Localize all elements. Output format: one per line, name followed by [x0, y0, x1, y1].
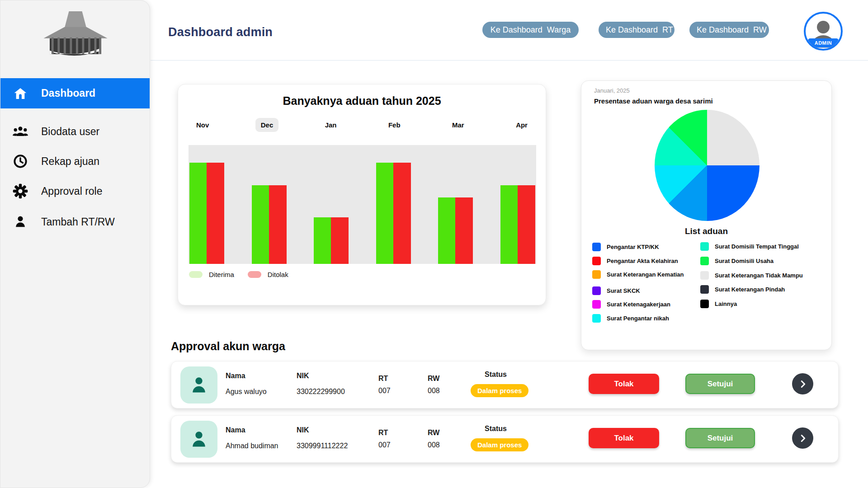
bar-ditolak: [393, 163, 411, 264]
bar-diterima: [314, 217, 331, 264]
bar-pair-mar: [438, 145, 473, 264]
setujui-button[interactable]: Setujui: [685, 428, 755, 448]
pie-chart-card: Januari, 2025 Presentase aduan warga des…: [581, 80, 832, 350]
sidebar-item-tambah-rt-rw[interactable]: Tambah RT/RW: [0, 210, 150, 234]
ke-dashboard-rt-button[interactable]: Ke Dashboard RT: [599, 22, 675, 38]
bar-chart-card: Banyaknya aduan tahun 2025 Nov Dec Jan F…: [178, 84, 546, 305]
cell-rt: 007: [378, 387, 391, 395]
sidebar: Dashboard Biodata user Rekap ajuan: [0, 0, 150, 488]
gear-icon: [12, 183, 28, 199]
bar-ditolak: [455, 197, 473, 264]
chevron-right-icon: [798, 379, 808, 389]
col-header-status: Status: [485, 425, 507, 433]
sidebar-item-dashboard[interactable]: Dashboard: [0, 78, 150, 108]
col-header-nama: Nama: [226, 372, 245, 380]
bar-diterima: [189, 163, 207, 264]
bar-ditolak: [331, 217, 349, 264]
legend-item: Surat Pengantar nikah: [592, 314, 669, 323]
bar-diterima: [438, 197, 455, 264]
bar-ditolak: [207, 163, 224, 264]
cell-nik: 3309991112222: [297, 442, 348, 450]
home-icon: [12, 85, 28, 102]
row-expand-button[interactable]: [792, 373, 813, 394]
approval-row: Nama Ahmad budiman NIK 3309991112222 RT …: [171, 415, 839, 463]
cell-rw: 008: [428, 441, 440, 449]
setujui-button[interactable]: Setujui: [685, 374, 755, 394]
bar-ditolak: [269, 185, 287, 264]
bar-diterima: [252, 185, 269, 264]
bar-chart-legend: Diterima Ditolak: [189, 271, 296, 278]
diterima-label: Diterima: [209, 271, 234, 278]
admin-avatar[interactable]: ADMIN: [804, 12, 843, 51]
legend-swatch: [700, 257, 709, 265]
legend-swatch: [700, 242, 709, 251]
sidebar-item-label: Tambah RT/RW: [41, 216, 115, 228]
chevron-right-icon: [798, 433, 808, 443]
page-title: Dashboard admin: [168, 25, 273, 39]
person-icon: [189, 429, 209, 449]
ditolak-label: Ditolak: [268, 271, 288, 278]
list-aduan-title: List aduan: [581, 226, 831, 236]
bar-diterima: [376, 163, 393, 264]
person-icon: [189, 375, 209, 395]
avatar-admin-badge: ADMIN: [808, 38, 839, 47]
pie-period-label: Januari, 2025: [594, 87, 630, 94]
sidebar-item-biodata-user[interactable]: Biodata user: [0, 120, 150, 143]
sidebar-item-label: Rekap ajuan: [41, 155, 99, 168]
legend-item: Surat Keterangan Tidak Mampu: [700, 271, 803, 280]
pendopo-building-icon: [42, 10, 108, 63]
sidebar-item-approval-role[interactable]: Approval role: [0, 179, 150, 203]
cell-rt: 007: [378, 441, 391, 449]
legend-item: Pengantar Akta Kelahiran: [592, 257, 678, 265]
legend-item: Surat Ketenagakerjaan: [592, 300, 670, 309]
cell-nik: 330222299900: [297, 388, 345, 396]
approval-section-title: Approval akun warga: [171, 340, 285, 353]
clock-icon: [12, 153, 28, 169]
bar-pair-nov: [189, 145, 224, 264]
legend-item: Lainnya: [700, 300, 737, 308]
month-tab-dec[interactable]: Dec: [255, 118, 279, 132]
legend-swatch: [592, 257, 601, 265]
legend-item: Surat SKCK: [592, 286, 640, 295]
ke-dashboard-rw-button[interactable]: Ke Dashboard RW: [689, 22, 769, 38]
bar-pair-dec: [252, 145, 287, 264]
tolak-button[interactable]: Tolak: [589, 374, 659, 394]
ke-dashboard-warga-button[interactable]: Ke Dashboard Warga: [482, 22, 579, 38]
legend-swatch: [592, 270, 601, 279]
bar-pair-jan: [314, 145, 349, 264]
legend-swatch: [592, 286, 601, 295]
legend-item: Pengantar KTP/KK: [592, 243, 659, 251]
month-tab-apr[interactable]: Apr: [510, 118, 533, 132]
legend-swatch: [592, 243, 601, 251]
month-tab-mar[interactable]: Mar: [447, 118, 470, 132]
users-icon: [12, 123, 28, 140]
sidebar-item-label: Biodata user: [41, 126, 99, 138]
bar-chart-plot: [189, 145, 536, 264]
diterima-swatch: [189, 271, 203, 278]
col-header-status: Status: [485, 371, 507, 379]
month-tab-jan[interactable]: Jan: [320, 118, 342, 132]
pie-chart-title: Presentase aduan warga desa sarimi: [594, 97, 713, 105]
col-header-rt: RT: [378, 429, 388, 437]
tolak-button[interactable]: Tolak: [589, 428, 659, 448]
month-tab-feb[interactable]: Feb: [383, 118, 406, 132]
sidebar-item-label: Dashboard: [41, 87, 95, 99]
legend-item: Surat Domisili Tempat Tinggal: [700, 242, 799, 251]
row-expand-button[interactable]: [792, 427, 813, 449]
col-header-nik: NIK: [297, 372, 309, 380]
village-office-logo: [42, 10, 108, 63]
person-icon: [12, 214, 28, 230]
legend-swatch: [700, 285, 709, 294]
row-avatar: [180, 421, 217, 458]
legend-item: Surat Domisili Usaha: [700, 257, 774, 265]
ditolak-swatch: [248, 271, 261, 278]
legend-swatch: [592, 314, 601, 323]
col-header-nama: Nama: [226, 426, 245, 434]
cell-rw: 008: [428, 387, 440, 395]
legend-swatch: [700, 300, 709, 308]
col-header-rw: RW: [428, 375, 439, 383]
month-tab-nov[interactable]: Nov: [191, 118, 214, 132]
sidebar-item-rekap-ajuan[interactable]: Rekap ajuan: [0, 150, 150, 173]
bar-pair-feb: [376, 145, 411, 264]
approval-row: Nama Agus waluyo NIK 330222299900 RT 007…: [171, 361, 839, 408]
